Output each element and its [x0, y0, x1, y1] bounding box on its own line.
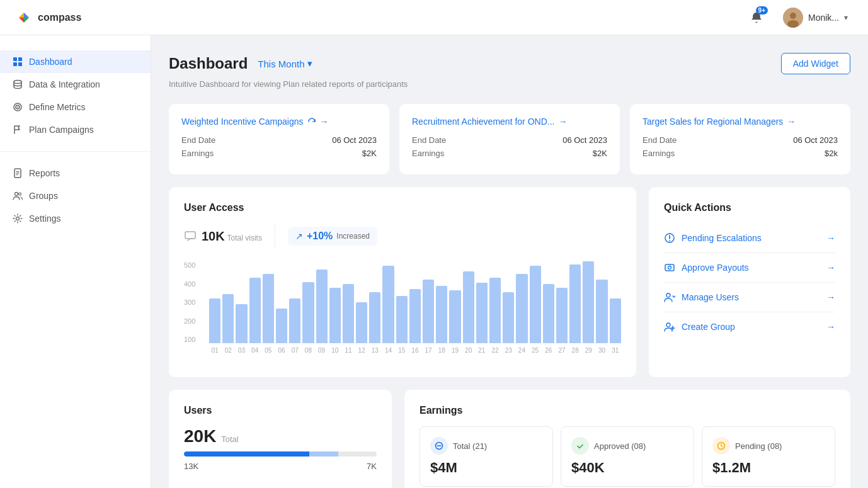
campaign-1-earnings-label: Earnings: [412, 149, 444, 158]
x-label-13: 13: [369, 347, 380, 354]
sidebar-footer: Runs on compass: [0, 479, 151, 488]
action-pending-left: Pending Escalations: [664, 232, 762, 244]
action-approve-payouts[interactable]: Approve Payouts →: [664, 253, 835, 283]
sidebar-item-reports[interactable]: Reports: [0, 162, 151, 184]
action-create-group[interactable]: Create Group →: [664, 312, 835, 341]
campaign-card-2: Target Sales for Regional Managers → End…: [630, 104, 850, 174]
bar-25: [530, 266, 541, 344]
x-label-02: 02: [222, 347, 234, 354]
sidebar-item-groups[interactable]: Groups: [0, 184, 151, 207]
svg-marker-2: [24, 18, 29, 23]
action-pending-escalations[interactable]: Pending Escalations →: [664, 224, 835, 253]
x-label-04: 04: [249, 347, 261, 354]
trend-arrow-icon: ↗: [295, 231, 303, 241]
campaign-1-link[interactable]: Recruitment Achievement for OND...: [412, 116, 554, 127]
notifications-button[interactable]: 9+: [745, 6, 768, 29]
x-label-01: 01: [209, 347, 220, 354]
earnings-total-header: Total (21): [430, 437, 542, 455]
x-label-06: 06: [276, 347, 287, 354]
svg-point-20: [19, 193, 21, 195]
x-label-05: 05: [263, 347, 274, 354]
x-label-30: 30: [596, 347, 607, 354]
campaign-2-earnings-label: Earnings: [642, 149, 675, 158]
user-access-title: User Access: [184, 202, 621, 213]
campaign-0-end-date-row: End Date 06 Oct 2023: [181, 135, 377, 145]
svg-rect-7: [13, 57, 17, 61]
x-label-16: 16: [409, 347, 421, 354]
campaign-0-end-date-label: End Date: [181, 135, 215, 145]
bar-9: [316, 270, 328, 343]
user-menu[interactable]: Monik... ▾: [778, 5, 853, 30]
bar-20: [463, 271, 474, 343]
action-pending-label: Pending Escalations: [682, 233, 762, 243]
y-axis: 500 400 300 200 100: [184, 261, 195, 343]
action-payouts-label: Approve Payouts: [682, 263, 749, 273]
bar-31: [610, 298, 621, 344]
sidebar-label-settings: Settings: [29, 213, 61, 224]
users-progress-bar: [184, 451, 377, 457]
campaign-0-earnings-row: Earnings $2K: [181, 149, 377, 158]
users-sub-left: 13K: [184, 462, 198, 471]
progress-fill-blue: [184, 451, 309, 457]
period-selector[interactable]: This Month ▾: [258, 58, 312, 69]
svg-marker-3: [19, 18, 24, 23]
main-content: Dashboard This Month ▾ Add Widget Intuit…: [151, 35, 868, 488]
bar-16: [409, 289, 421, 343]
users-icon: [13, 191, 23, 201]
bar-15: [396, 296, 408, 343]
add-widget-button[interactable]: Add Widget: [781, 53, 850, 74]
earnings-stat-approved: Approved (08) $40K: [561, 426, 694, 487]
campaign-2-arrow[interactable]: →: [787, 116, 796, 127]
action-pending-arrow: →: [826, 233, 835, 243]
x-label-09: 09: [316, 347, 328, 354]
stat-divider: [275, 224, 275, 249]
total-visits-stat: 10K Total visits: [184, 229, 262, 244]
campaign-1-earnings-value: $2K: [593, 149, 607, 158]
x-label-28: 28: [569, 347, 581, 354]
trend-label: Increased: [336, 232, 370, 241]
bar-4: [249, 278, 261, 343]
action-users-left: Manage Users: [664, 292, 739, 303]
logo: compass: [15, 9, 81, 26]
bar-5: [263, 274, 274, 344]
sidebar-item-settings[interactable]: Settings: [0, 207, 151, 230]
bar-3: [236, 304, 247, 343]
bar-6: [276, 309, 287, 343]
svg-rect-28: [665, 264, 674, 271]
action-manage-users[interactable]: Manage Users →: [664, 283, 835, 312]
sidebar-item-data-integration[interactable]: Data & Integration: [0, 73, 151, 96]
x-label-29: 29: [583, 347, 594, 354]
bar-8: [302, 282, 314, 344]
campaign-2-link[interactable]: Target Sales for Regional Managers: [642, 116, 783, 127]
svg-marker-1: [24, 13, 29, 18]
earnings-approved-header: Approved (08): [571, 437, 683, 455]
bar-30: [596, 280, 607, 343]
bar-18: [436, 286, 447, 343]
action-group-arrow: →: [826, 322, 835, 332]
target-icon: [13, 102, 23, 112]
bar-13: [369, 292, 380, 343]
earnings-card: Earnings Total (21) $4M: [404, 390, 850, 488]
sidebar-item-dashboard[interactable]: Dashboard: [0, 50, 151, 73]
bar-chart: 500 400 300 200 100 01020304050607080910…: [184, 261, 621, 362]
x-label-26: 26: [543, 347, 554, 354]
svg-point-31: [666, 293, 670, 297]
action-users-arrow: →: [826, 292, 835, 302]
svg-rect-26: [185, 232, 195, 239]
sidebar-item-plan-campaigns[interactable]: Plan Campaigns: [0, 118, 151, 141]
logo-text: compass: [38, 12, 81, 23]
page-title: Dashboard: [169, 55, 248, 72]
campaign-0-arrow[interactable]: →: [320, 116, 329, 127]
campaign-0-link[interactable]: Weighted Incentive Campaigns: [181, 116, 304, 127]
campaign-1-arrow[interactable]: →: [558, 116, 567, 127]
bar-17: [423, 280, 434, 343]
earnings-pending-header: Pending (08): [712, 437, 825, 455]
x-label-10: 10: [329, 347, 341, 354]
bar-10: [329, 288, 341, 343]
x-label-18: 18: [436, 347, 447, 354]
sidebar-item-define-metrics[interactable]: Define Metrics: [0, 96, 151, 118]
campaign-2-end-date-value: 06 Oct 2023: [793, 135, 838, 145]
users-total-value: 20K: [184, 426, 216, 446]
campaign-card-0: Weighted Incentive Campaigns → End Date …: [169, 104, 389, 174]
users-total-label: Total: [221, 434, 238, 444]
